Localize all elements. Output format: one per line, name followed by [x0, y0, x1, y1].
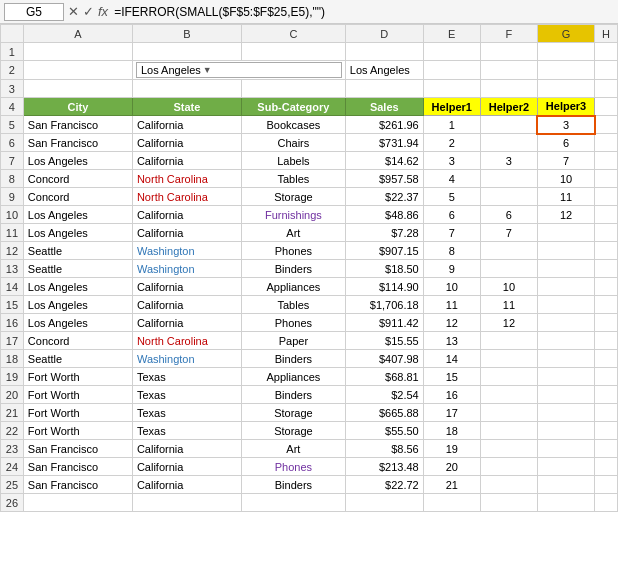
- cell-H1[interactable]: [595, 43, 618, 61]
- cell-subcat-25[interactable]: Binders: [241, 476, 345, 494]
- cell-H-6[interactable]: [595, 134, 618, 152]
- cell-h1-23[interactable]: 19: [423, 440, 480, 458]
- col-header-F[interactable]: F: [480, 25, 537, 43]
- cell-subcat-14[interactable]: Appliances: [241, 278, 345, 296]
- cell-h3-10[interactable]: 12: [537, 206, 594, 224]
- cell-subcat-12[interactable]: Phones: [241, 242, 345, 260]
- cell-city-13[interactable]: Seattle: [23, 260, 132, 278]
- cell-H-11[interactable]: [595, 224, 618, 242]
- cell-reference-box[interactable]: [4, 3, 64, 21]
- cell-D3[interactable]: [345, 80, 423, 98]
- cell-h2-12[interactable]: [480, 242, 537, 260]
- cell-h2-14[interactable]: 10: [480, 278, 537, 296]
- cell-H-19[interactable]: [595, 368, 618, 386]
- cell-h2-7[interactable]: 3: [480, 152, 537, 170]
- cell-C1[interactable]: [241, 43, 345, 61]
- cell-h2-23[interactable]: [480, 440, 537, 458]
- cell-H-20[interactable]: [595, 386, 618, 404]
- cell-G2[interactable]: [537, 61, 594, 80]
- cell-city-14[interactable]: Los Angeles: [23, 278, 132, 296]
- cell-H-22[interactable]: [595, 422, 618, 440]
- cell-city-20[interactable]: Fort Worth: [23, 386, 132, 404]
- cell-H-5[interactable]: [595, 116, 618, 134]
- cell-subcat-20[interactable]: Binders: [241, 386, 345, 404]
- cell-subcat-18[interactable]: Binders: [241, 350, 345, 368]
- cell-city-18[interactable]: Seattle: [23, 350, 132, 368]
- cell-H-16[interactable]: [595, 314, 618, 332]
- cell-h3-13[interactable]: [537, 260, 594, 278]
- cell-h3-19[interactable]: [537, 368, 594, 386]
- cell-state-23[interactable]: California: [132, 440, 241, 458]
- cell-city-17[interactable]: Concord: [23, 332, 132, 350]
- cell-subcat-8[interactable]: Tables: [241, 170, 345, 188]
- cell-state-11[interactable]: California: [132, 224, 241, 242]
- cell-H-14[interactable]: [595, 278, 618, 296]
- cell-H-17[interactable]: [595, 332, 618, 350]
- cell-h3-14[interactable]: [537, 278, 594, 296]
- cell-h2-24[interactable]: [480, 458, 537, 476]
- cell-h3-20[interactable]: [537, 386, 594, 404]
- cell-B1[interactable]: [132, 43, 241, 61]
- cell-city-16[interactable]: Los Angeles: [23, 314, 132, 332]
- cell-h2-15[interactable]: 11: [480, 296, 537, 314]
- cell-subcat-13[interactable]: Binders: [241, 260, 345, 278]
- cell-H-25[interactable]: [595, 476, 618, 494]
- cell-city-12[interactable]: Seattle: [23, 242, 132, 260]
- cell-h1-9[interactable]: 5: [423, 188, 480, 206]
- col-header-E[interactable]: E: [423, 25, 480, 43]
- cell-state-22[interactable]: Texas: [132, 422, 241, 440]
- cell-h3-24[interactable]: [537, 458, 594, 476]
- cell-sales-21[interactable]: $665.88: [345, 404, 423, 422]
- cell-h3-8[interactable]: 10: [537, 170, 594, 188]
- cell-h3-7[interactable]: 7: [537, 152, 594, 170]
- cell-h2-5[interactable]: [480, 116, 537, 134]
- cell-subcat-5[interactable]: Bookcases: [241, 116, 345, 134]
- cell-sales-5[interactable]: $261.96: [345, 116, 423, 134]
- cell-subcat-9[interactable]: Storage: [241, 188, 345, 206]
- cell-H-15[interactable]: [595, 296, 618, 314]
- cell-state-15[interactable]: California: [132, 296, 241, 314]
- cell-subcat-10[interactable]: Furnishings: [241, 206, 345, 224]
- cell-subcat-24[interactable]: Phones: [241, 458, 345, 476]
- cell-subcat-22[interactable]: Storage: [241, 422, 345, 440]
- cell-A3[interactable]: [23, 80, 132, 98]
- cell-h2-21[interactable]: [480, 404, 537, 422]
- col-header-C[interactable]: C: [241, 25, 345, 43]
- cell-subcat-7[interactable]: Labels: [241, 152, 345, 170]
- cell-city-15[interactable]: Los Angeles: [23, 296, 132, 314]
- cell-state-10[interactable]: California: [132, 206, 241, 224]
- cell-H3[interactable]: [595, 80, 618, 98]
- cell-city-9[interactable]: Concord: [23, 188, 132, 206]
- cell-state-8[interactable]: North Carolina: [132, 170, 241, 188]
- cell-h1-5[interactable]: 1: [423, 116, 480, 134]
- cell-H-18[interactable]: [595, 350, 618, 368]
- cell-H-7[interactable]: [595, 152, 618, 170]
- col-header-B[interactable]: B: [132, 25, 241, 43]
- cell-sales-9[interactable]: $22.37: [345, 188, 423, 206]
- cell-sales-23[interactable]: $8.56: [345, 440, 423, 458]
- cell-B3[interactable]: [132, 80, 241, 98]
- cell-state-9[interactable]: North Carolina: [132, 188, 241, 206]
- cell-state-6[interactable]: California: [132, 134, 241, 152]
- cell-h1-20[interactable]: 16: [423, 386, 480, 404]
- cell-sales-18[interactable]: $407.98: [345, 350, 423, 368]
- cell-city-11[interactable]: Los Angeles: [23, 224, 132, 242]
- cell-sales-17[interactable]: $15.55: [345, 332, 423, 350]
- cell-subcat-15[interactable]: Tables: [241, 296, 345, 314]
- cell-h2-10[interactable]: 6: [480, 206, 537, 224]
- cell-h2-20[interactable]: [480, 386, 537, 404]
- cell-state-5[interactable]: California: [132, 116, 241, 134]
- cell-h3-15[interactable]: [537, 296, 594, 314]
- cell-subcat-6[interactable]: Chairs: [241, 134, 345, 152]
- col-header-D[interactable]: D: [345, 25, 423, 43]
- cell-h2-8[interactable]: [480, 170, 537, 188]
- cell-A2[interactable]: [23, 61, 132, 80]
- cell-h1-18[interactable]: 14: [423, 350, 480, 368]
- cell-state-12[interactable]: Washington: [132, 242, 241, 260]
- cell-subcat-21[interactable]: Storage: [241, 404, 345, 422]
- cell-state-7[interactable]: California: [132, 152, 241, 170]
- cell-sales-24[interactable]: $213.48: [345, 458, 423, 476]
- cell-sales-16[interactable]: $911.42: [345, 314, 423, 332]
- cell-city-19[interactable]: Fort Worth: [23, 368, 132, 386]
- col-header-A[interactable]: A: [23, 25, 132, 43]
